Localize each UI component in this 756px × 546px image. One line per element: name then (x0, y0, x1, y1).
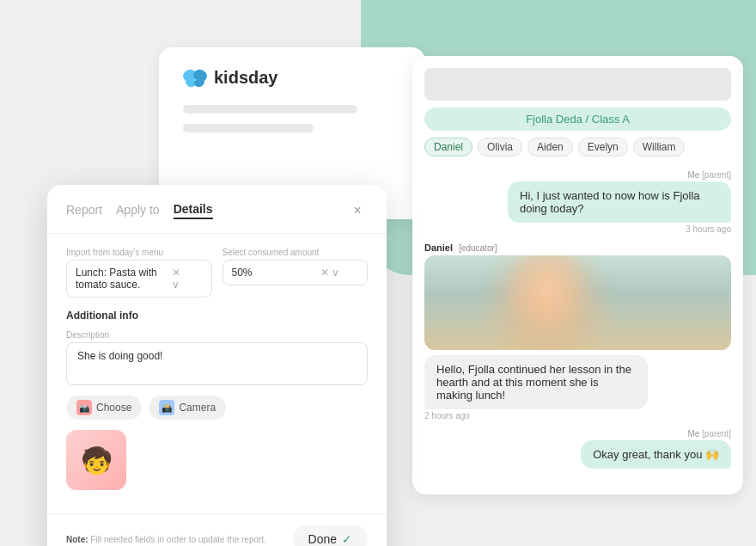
kidsday-butterfly-icon (183, 69, 207, 88)
report-modal: Report Apply to Details × Import from to… (47, 185, 387, 546)
msg-image-content (424, 255, 731, 350)
import-label: Import from today's menu (66, 248, 212, 257)
modal-note: Note: Fill needed fields in order to upd… (66, 535, 266, 544)
tab-apply-to[interactable]: Apply to (116, 203, 160, 218)
consumed-field: Select consumed amount 50% ✕ ∨ (223, 248, 369, 298)
chat-members: Daniel Olivia Aiden Evelyn William (412, 138, 743, 163)
description-container: Description She is doing good! (66, 330, 368, 385)
kidsday-title: kidsday (214, 68, 277, 88)
modal-body: Import from today's menu Lunch: Pasta wi… (47, 234, 387, 514)
member-aiden[interactable]: Aiden (527, 138, 573, 156)
message-2: Daniel [educator] Hello, Fjolla continue… (424, 242, 731, 420)
done-button[interactable]: Done ✓ (293, 525, 368, 546)
member-daniel[interactable]: Daniel (424, 138, 472, 156)
message-3: Me [parent] Okay great, thank you 🙌 (424, 429, 731, 469)
consumed-input[interactable]: 50% ✕ ∨ (223, 260, 369, 285)
msg-3-sender: Me [parent] (687, 429, 731, 439)
msg-2-image (424, 255, 731, 350)
import-field: Import from today's menu Lunch: Pasta wi… (66, 248, 212, 298)
close-button[interactable]: × (347, 200, 368, 221)
description-input[interactable]: She is doing good! (66, 342, 368, 385)
camera-icon: 📸 (159, 400, 174, 415)
modal-footer: Note: Fill needed fields in order to upd… (47, 514, 387, 546)
camera-label: Camera (179, 402, 216, 414)
msg-1-bubble: Hi, I just wanted to now how is Fjolla d… (508, 181, 731, 223)
chat-search-bar (424, 68, 731, 101)
msg-2-time: 2 hours ago (424, 411, 470, 420)
modal-header: Report Apply to Details × (47, 185, 387, 234)
kidsday-logo: kidsday (183, 68, 401, 88)
photo-icon: 📷 (76, 400, 92, 415)
check-icon: ✓ (342, 532, 352, 546)
done-label: Done (308, 532, 337, 546)
msg-1-sender: Me [parent] (687, 170, 731, 180)
additional-info-label: Additional info (66, 310, 368, 322)
member-olivia[interactable]: Olivia (478, 138, 522, 156)
message-1: Me [parent] Hi, I just wanted to now how… (424, 170, 731, 234)
consumed-label: Select consumed amount (223, 248, 369, 257)
member-william[interactable]: William (633, 138, 686, 156)
tab-report[interactable]: Report (66, 203, 102, 218)
kidsday-bar-2 (183, 124, 314, 132)
camera-button[interactable]: 📸 Camera (149, 396, 226, 420)
description-label: Description (66, 330, 368, 340)
import-input[interactable]: Lunch: Pasta with tomato sauce. ✕ ∨ (66, 260, 212, 298)
msg-3-bubble: Okay great, thank you 🙌 (581, 440, 731, 469)
chat-panel: Fjolla Deda / Class A Daniel Olivia Aide… (412, 56, 743, 494)
msg-2-sender: Daniel [educator] (424, 242, 497, 253)
msg-1-time: 3 hours ago (686, 224, 731, 234)
photo-preview: 🧒 (66, 430, 126, 490)
choose-button[interactable]: 📷 Choose (66, 396, 142, 420)
choose-label: Choose (96, 402, 131, 414)
chat-messages: Me [parent] Hi, I just wanted to now how… (412, 163, 743, 494)
msg-2-bubble: Hello, Fjolla continued her lesson in th… (424, 355, 648, 409)
form-row-1: Import from today's menu Lunch: Pasta wi… (66, 248, 368, 298)
member-evelyn[interactable]: Evelyn (578, 138, 628, 156)
kidsday-bar-1 (183, 105, 357, 113)
photo-buttons: 📷 Choose 📸 Camera (66, 396, 368, 420)
chat-class-header: Fjolla Deda / Class A (424, 107, 731, 131)
tab-details[interactable]: Details (174, 202, 213, 219)
